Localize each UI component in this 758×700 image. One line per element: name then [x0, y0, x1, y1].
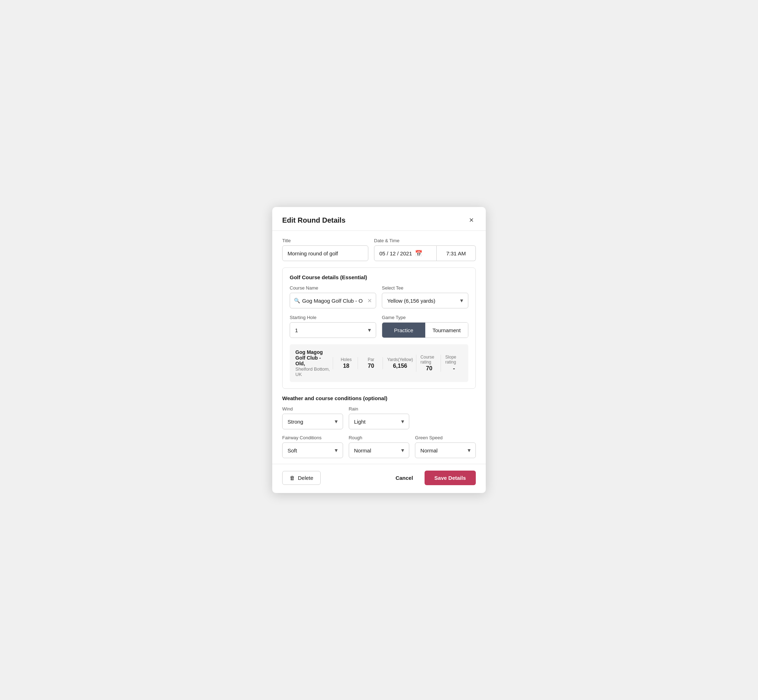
course-rating-label: Course rating	[421, 355, 438, 364]
weather-section-title: Weather and course conditions (optional)	[282, 395, 476, 401]
weather-section: Weather and course conditions (optional)…	[282, 395, 476, 458]
wind-label: Wind	[282, 406, 343, 411]
calendar-icon: 📅	[415, 250, 423, 257]
rain-dropdown[interactable]: None Light Moderate Heavy	[349, 414, 410, 429]
date-value: 05 / 12 / 2021	[379, 250, 412, 256]
slope-rating-value: -	[453, 365, 455, 372]
starting-hole-dropdown[interactable]: 1	[290, 322, 376, 338]
hole-gametype-row: Starting Hole 1 ▼ Game Type Practice Tou…	[290, 315, 468, 338]
par-label: Par	[368, 357, 374, 362]
modal-body: Title Date & Time 05 / 12 / 2021 📅 7:31 …	[272, 231, 486, 458]
fairway-dropdown[interactable]: Firm Normal Soft Very Soft	[282, 442, 343, 458]
rough-label: Rough	[349, 435, 410, 441]
edit-round-modal: Edit Round Details × Title Date & Time 0…	[272, 207, 486, 493]
starting-hole-wrap: 1 ▼	[290, 322, 376, 338]
course-search-wrap: 🔍 ✕	[290, 293, 376, 308]
green-speed-group: Green Speed Slow Normal Fast Very Fast ▼	[415, 435, 476, 458]
green-speed-select-wrap: Slow Normal Fast Very Fast ▼	[415, 442, 476, 458]
clear-icon[interactable]: ✕	[367, 297, 372, 304]
starting-hole-group: Starting Hole 1 ▼	[290, 315, 376, 338]
delete-label: Delete	[298, 475, 313, 481]
rain-select-wrap: None Light Moderate Heavy ▼	[349, 414, 410, 429]
tournament-button[interactable]: Tournament	[425, 323, 468, 338]
course-rating-stat: Course rating 70	[416, 355, 438, 372]
game-type-group: Game Type Practice Tournament	[382, 315, 468, 338]
slope-rating-label: Slope rating	[445, 355, 463, 364]
rough-dropdown[interactable]: Short Normal Long	[349, 442, 410, 458]
course-name-label: Course Name	[290, 285, 376, 291]
game-type-toggle: Practice Tournament	[382, 322, 468, 338]
course-rating-value: 70	[426, 365, 432, 372]
footer-right: Cancel Save Details	[390, 470, 476, 485]
course-info-row: Gog Magog Golf Club - Old, Shelford Bott…	[290, 344, 468, 382]
golf-course-section: Golf Course details (Essential) Course N…	[282, 267, 476, 389]
save-button[interactable]: Save Details	[424, 470, 476, 485]
holes-stat: Holes 18	[333, 357, 355, 369]
cancel-button[interactable]: Cancel	[390, 471, 418, 484]
par-value: 70	[368, 363, 374, 369]
title-label: Title	[282, 238, 368, 243]
rain-label: Rain	[349, 406, 410, 411]
yards-stat: Yards(Yellow) 6,156	[382, 357, 413, 369]
modal-footer: 🗑 Delete Cancel Save Details	[272, 464, 486, 493]
time-field[interactable]: 7:31 AM	[437, 245, 476, 261]
green-speed-dropdown[interactable]: Slow Normal Fast Very Fast	[415, 442, 476, 458]
wind-rain-row: Wind Calm Light Moderate Strong Very Str…	[282, 406, 476, 429]
search-icon: 🔍	[294, 298, 300, 303]
title-input[interactable]	[282, 245, 368, 261]
course-info-location: Shelford Bottom, UK	[295, 366, 330, 377]
green-speed-label: Green Speed	[415, 435, 476, 441]
course-info-name: Gog Magog Golf Club - Old,	[295, 349, 330, 366]
holes-label: Holes	[341, 357, 352, 362]
close-button[interactable]: ×	[467, 216, 476, 225]
modal-title: Edit Round Details	[282, 216, 346, 225]
slope-rating-stat: Slope rating -	[440, 355, 463, 372]
fairway-label: Fairway Conditions	[282, 435, 343, 441]
starting-hole-label: Starting Hole	[290, 315, 376, 320]
wind-group: Wind Calm Light Moderate Strong Very Str…	[282, 406, 343, 429]
practice-button[interactable]: Practice	[382, 323, 425, 338]
yards-value: 6,156	[393, 363, 407, 369]
fairway-rough-green-row: Fairway Conditions Firm Normal Soft Very…	[282, 435, 476, 458]
rough-select-wrap: Short Normal Long ▼	[349, 442, 410, 458]
course-name-group: Course Name 🔍 ✕	[290, 285, 376, 308]
delete-button[interactable]: 🗑 Delete	[282, 471, 321, 485]
select-tee-dropdown[interactable]: Yellow (6,156 yards)	[382, 293, 468, 308]
select-tee-label: Select Tee	[382, 285, 468, 291]
game-type-label: Game Type	[382, 315, 468, 320]
rain-group: Rain None Light Moderate Heavy ▼	[349, 406, 410, 429]
select-tee-group: Select Tee Yellow (6,156 yards) ▼	[382, 285, 468, 308]
title-group: Title	[282, 238, 368, 261]
yards-label: Yards(Yellow)	[387, 357, 413, 362]
course-info-name-block: Gog Magog Golf Club - Old, Shelford Bott…	[295, 349, 330, 377]
datetime-group: Date & Time 05 / 12 / 2021 📅 7:31 AM	[374, 238, 476, 261]
select-tee-wrap: Yellow (6,156 yards) ▼	[382, 293, 468, 308]
course-tee-row: Course Name 🔍 ✕ Select Tee Yellow (6,156…	[290, 285, 468, 308]
course-name-input[interactable]	[290, 293, 376, 308]
date-time-row: 05 / 12 / 2021 📅 7:31 AM	[374, 245, 476, 261]
rough-group: Rough Short Normal Long ▼	[349, 435, 410, 458]
trash-icon: 🗑	[290, 475, 295, 481]
wind-select-wrap: Calm Light Moderate Strong Very Strong ▼	[282, 414, 343, 429]
modal-header: Edit Round Details ×	[272, 207, 486, 231]
holes-value: 18	[343, 363, 349, 369]
fairway-select-wrap: Firm Normal Soft Very Soft ▼	[282, 442, 343, 458]
date-field[interactable]: 05 / 12 / 2021 📅	[374, 245, 437, 261]
time-value: 7:31 AM	[446, 250, 466, 256]
wind-dropdown[interactable]: Calm Light Moderate Strong Very Strong	[282, 414, 343, 429]
datetime-label: Date & Time	[374, 238, 476, 243]
golf-course-title: Golf Course details (Essential)	[290, 274, 468, 280]
par-stat: Par 70	[358, 357, 380, 369]
fairway-group: Fairway Conditions Firm Normal Soft Very…	[282, 435, 343, 458]
title-datetime-row: Title Date & Time 05 / 12 / 2021 📅 7:31 …	[282, 238, 476, 261]
